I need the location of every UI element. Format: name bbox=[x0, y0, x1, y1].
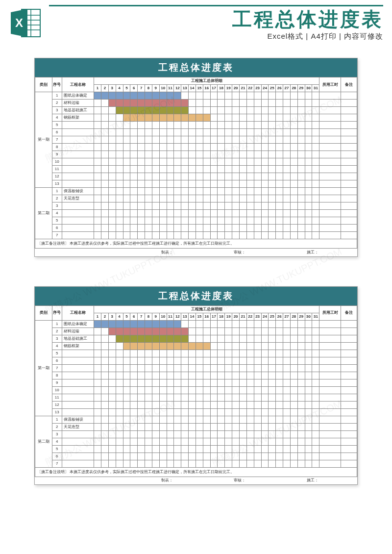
gantt-bar-cell bbox=[108, 100, 116, 107]
table-row: 3 bbox=[35, 430, 357, 438]
gantt-bar-cell bbox=[203, 114, 210, 122]
gantt-bar-cell bbox=[138, 335, 145, 342]
gantt-bar-cell bbox=[123, 335, 130, 342]
gantt-bar-cell bbox=[152, 100, 159, 107]
note-text: 〔施工备注说明〕 本施工进度表仅供参考，实际施工过程中按照工程施工进行确定，所有… bbox=[35, 467, 357, 477]
footer-reviewer: 审核： bbox=[203, 477, 246, 484]
table-row: 5 bbox=[35, 445, 357, 453]
gantt-bar-cell bbox=[130, 327, 138, 335]
gantt-bar-cell bbox=[174, 342, 181, 350]
sheet-preview-2: 工程总体进度表类别序号工程名称工程施工总体明细所用工时备注12345678910… bbox=[34, 286, 358, 485]
gantt-bar-cell bbox=[174, 335, 181, 342]
table-row: 3地基基础施工 bbox=[35, 335, 357, 342]
table-row: 第一期1图纸总体确定 bbox=[35, 320, 357, 327]
page-subtitle: Excel格式 | A4打印 | 内容可修改 bbox=[49, 32, 383, 41]
gantt-bar-cell bbox=[116, 327, 123, 335]
gantt-bar-cell bbox=[138, 327, 145, 335]
gantt-bar-cell bbox=[94, 92, 101, 100]
gantt-bar-cell bbox=[138, 342, 145, 350]
footer-maker: 制表： bbox=[130, 477, 174, 484]
gantt-bar-cell bbox=[123, 100, 130, 107]
gantt-bar-cell bbox=[181, 327, 189, 335]
gantt-bar-cell bbox=[123, 342, 130, 350]
gantt-bar-cell bbox=[181, 107, 189, 114]
gantt-bar-cell bbox=[130, 114, 138, 122]
table-row: 13 bbox=[35, 408, 357, 416]
gantt-bar-cell bbox=[167, 320, 174, 327]
gantt-bar-cell bbox=[108, 320, 116, 327]
gantt-bar-cell bbox=[123, 327, 130, 335]
gantt-bar-cell bbox=[138, 100, 145, 107]
gantt-bar-cell bbox=[152, 107, 159, 114]
gantt-bar-cell bbox=[152, 320, 159, 327]
footer-builder: 施工： bbox=[276, 249, 319, 256]
table-row: 12 bbox=[35, 173, 357, 180]
table-row: 6 bbox=[35, 357, 357, 364]
table-row: 6 bbox=[35, 453, 357, 460]
gantt-bar-cell bbox=[145, 335, 152, 342]
phase-label: 第一期 bbox=[35, 320, 52, 416]
table-row: 3 bbox=[35, 202, 357, 210]
gantt-bar-cell bbox=[159, 107, 167, 114]
gantt-bar-cell bbox=[130, 342, 138, 350]
table-row: 5 bbox=[35, 350, 357, 357]
gantt-bar-cell bbox=[167, 114, 174, 122]
gantt-bar-cell bbox=[145, 342, 152, 350]
page-title: 工程总体进度表 bbox=[49, 8, 383, 30]
gantt-bar-cell bbox=[123, 107, 130, 114]
sheet-title: 工程总体进度表 bbox=[35, 287, 357, 305]
gantt-table: 类别序号工程名称工程施工总体明细所用工时备注123456789101112131… bbox=[35, 305, 357, 485]
gantt-bar-cell bbox=[116, 107, 123, 114]
gantt-bar-cell bbox=[159, 327, 167, 335]
table-row: 2天花造型 bbox=[35, 195, 357, 202]
table-row: 7 bbox=[35, 460, 357, 467]
table-row: 4钢筋框架 bbox=[35, 114, 357, 122]
table-row: 8 bbox=[35, 372, 357, 379]
excel-icon: X bbox=[9, 6, 42, 40]
gantt-bar-cell bbox=[108, 327, 116, 335]
gantt-bar-cell bbox=[203, 342, 210, 350]
gantt-bar-cell bbox=[174, 327, 181, 335]
gantt-bar-cell bbox=[167, 327, 174, 335]
table-row: 7 bbox=[35, 232, 357, 239]
gantt-bar-cell bbox=[189, 342, 196, 350]
gantt-bar-cell bbox=[145, 92, 152, 100]
table-row: 3地基基础施工 bbox=[35, 107, 357, 114]
gantt-bar-cell bbox=[116, 100, 123, 107]
table-row: 第一期1图纸总体确定 bbox=[35, 92, 357, 100]
gantt-bar-cell bbox=[138, 92, 145, 100]
table-row: 5 bbox=[35, 122, 357, 129]
gantt-bar-cell bbox=[167, 335, 174, 342]
gantt-bar-cell bbox=[145, 100, 152, 107]
gantt-bar-cell bbox=[152, 327, 159, 335]
gantt-bar-cell bbox=[174, 107, 181, 114]
gantt-table: 类别序号工程名称工程施工总体明细所用工时备注123456789101112131… bbox=[35, 77, 357, 256]
footer-builder: 施工： bbox=[276, 477, 319, 484]
gantt-bar-cell bbox=[167, 107, 174, 114]
table-row: 5 bbox=[35, 217, 357, 225]
gantt-bar-cell bbox=[167, 100, 174, 107]
gantt-bar-cell bbox=[123, 92, 130, 100]
gantt-bar-cell bbox=[159, 335, 167, 342]
gantt-bar-cell bbox=[159, 320, 167, 327]
preview-area: 工程总体进度表类别序号工程名称工程施工总体明细所用工时备注12345678910… bbox=[0, 44, 392, 495]
gantt-bar-cell bbox=[130, 335, 138, 342]
gantt-bar-cell bbox=[167, 342, 174, 350]
table-row: 8 bbox=[35, 144, 357, 151]
table-row: 第二期1保温板铺设 bbox=[35, 188, 357, 195]
gantt-bar-cell bbox=[159, 92, 167, 100]
table-row: 13 bbox=[35, 180, 357, 188]
gantt-bar-cell bbox=[116, 335, 123, 342]
table-row: 9 bbox=[35, 379, 357, 386]
table-row: 2材料运输 bbox=[35, 100, 357, 107]
table-row: 9 bbox=[35, 151, 357, 158]
gantt-bar-cell bbox=[159, 114, 167, 122]
table-row: 6 bbox=[35, 129, 357, 136]
gantt-bar-cell bbox=[130, 320, 138, 327]
gantt-bar-cell bbox=[123, 320, 130, 327]
gantt-bar-cell bbox=[196, 114, 203, 122]
phase-label: 第二期 bbox=[35, 188, 52, 239]
gantt-bar-cell bbox=[94, 320, 101, 327]
gantt-bar-cell bbox=[152, 92, 159, 100]
gantt-bar-cell bbox=[123, 114, 130, 122]
